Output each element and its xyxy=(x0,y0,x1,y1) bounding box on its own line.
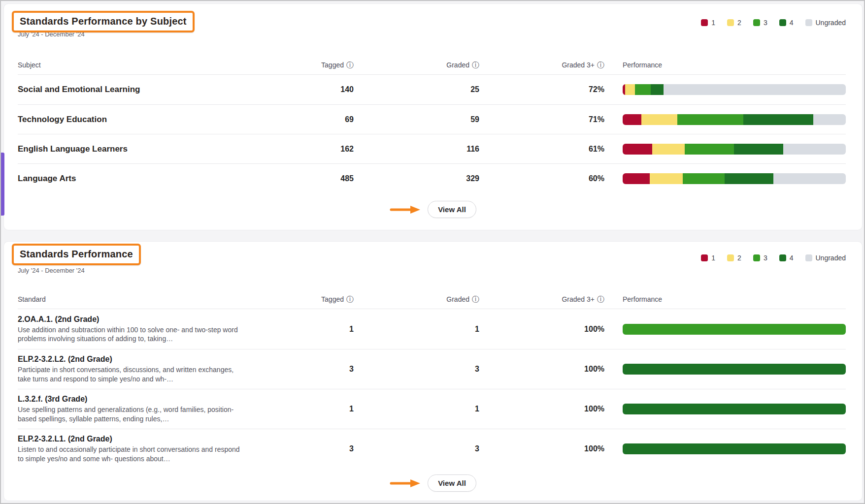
graded3-value: 100% xyxy=(479,325,604,334)
graded-value: 3 xyxy=(354,365,479,374)
graded3-value: 61% xyxy=(479,145,604,154)
view-all-section: View All xyxy=(4,474,862,492)
legend-label: 1 xyxy=(711,19,715,27)
performance-bar xyxy=(623,84,846,95)
standard-name: ELP.2-3.2.L1. (2nd Grade) xyxy=(18,435,254,443)
legend-item: 4 xyxy=(779,254,794,262)
standard-name: ELP.2-3.2.L2. (2nd Grade) xyxy=(18,355,254,364)
table-header: Subject Tagged ⓘ Graded ⓘ Graded 3+ ⓘ Pe… xyxy=(18,55,846,75)
graded3-value: 72% xyxy=(479,85,604,94)
subject-name: Social and Emotional Learning xyxy=(18,85,254,94)
info-icon[interactable]: ⓘ xyxy=(472,61,479,68)
graded-value: 1 xyxy=(354,325,479,334)
graded-value: 329 xyxy=(354,174,479,183)
performance-bar xyxy=(623,324,846,335)
standard-description: Use spelling patterns and generalization… xyxy=(18,405,245,423)
subject-name: Language Arts xyxy=(18,174,254,184)
graded3-value: 100% xyxy=(479,444,604,453)
legend-item: Ungraded xyxy=(805,19,846,27)
performance-bar xyxy=(623,404,846,414)
left-nav-strip xyxy=(1,153,4,216)
info-icon[interactable]: ⓘ xyxy=(597,295,604,303)
legend-swatch xyxy=(779,254,786,261)
legend-item: 2 xyxy=(727,19,741,27)
column-header-performance: Performance xyxy=(604,295,846,303)
standards-performance-card: July '24 - December '24 Standards Perfor… xyxy=(3,241,863,501)
standard-description: Participate in short conversations, disc… xyxy=(18,365,245,383)
legend-swatch xyxy=(753,19,760,26)
rating-legend: 1 2 3 4 Ungraded xyxy=(701,19,846,27)
legend-item: Ungraded xyxy=(805,254,846,262)
standards-table-body: 2.OA.A.1. (2nd Grade) Use addition and s… xyxy=(18,309,846,469)
performance-bar xyxy=(623,364,846,375)
subject-name: English Language Learners xyxy=(18,144,254,154)
subject-name: Technology Education xyxy=(18,115,254,125)
info-icon[interactable]: ⓘ xyxy=(346,295,354,303)
standard-description: Listen to and occasionally participate i… xyxy=(18,445,245,463)
column-header-standard: Standard xyxy=(18,295,254,303)
legend-swatch xyxy=(753,254,760,261)
table-header: Standard Tagged ⓘ Graded ⓘ Graded 3+ ⓘ P… xyxy=(18,289,846,309)
subject-performance-card: July '24 - December '24 Standards Perfor… xyxy=(3,3,863,230)
table-row: L.3.2.f. (3rd Grade) Use spelling patter… xyxy=(18,389,846,429)
info-icon[interactable]: ⓘ xyxy=(597,61,604,68)
legend-label: 2 xyxy=(737,254,741,262)
table-row: ELP.2-3.2.L1. (2nd Grade) Listen to and … xyxy=(18,429,846,469)
graded3-value: 60% xyxy=(479,174,604,183)
tagged-value: 485 xyxy=(254,174,354,183)
performance-bar xyxy=(623,144,846,155)
legend-swatch xyxy=(727,19,734,26)
standard-name: L.3.2.f. (3rd Grade) xyxy=(18,395,254,404)
column-header-graded3: Graded 3+ ⓘ xyxy=(479,61,604,69)
tagged-value: 3 xyxy=(254,444,354,453)
legend-label: 3 xyxy=(764,254,767,262)
table-row: 2.OA.A.1. (2nd Grade) Use addition and s… xyxy=(18,309,846,349)
standard-description: Use addition and subtraction within 100 … xyxy=(18,325,245,344)
table-row: Social and Emotional Learning 140 25 72% xyxy=(18,75,846,104)
legend-item: 4 xyxy=(779,19,794,27)
legend-label: 3 xyxy=(764,19,767,27)
legend-swatch xyxy=(779,19,786,26)
legend-swatch xyxy=(701,254,708,261)
column-header-performance: Performance xyxy=(604,61,846,69)
table-row: ELP.2-3.2.L2. (2nd Grade) Participate in… xyxy=(18,349,846,389)
legend-label: Ungraded xyxy=(816,19,846,27)
graded-value: 25 xyxy=(354,85,479,94)
graded-value: 3 xyxy=(354,444,479,453)
column-header-graded: Graded ⓘ xyxy=(354,61,479,69)
view-all-button[interactable]: View All xyxy=(428,201,476,218)
tagged-value: 1 xyxy=(254,405,354,413)
legend-label: 4 xyxy=(790,254,794,262)
performance-bar xyxy=(623,443,846,454)
performance-bar xyxy=(623,173,846,184)
legend-swatch xyxy=(727,254,734,261)
graded-value: 59 xyxy=(354,115,479,124)
table-row: English Language Learners 162 116 61% xyxy=(18,134,846,163)
legend-item: 1 xyxy=(701,254,715,262)
info-icon[interactable]: ⓘ xyxy=(346,61,354,68)
legend-item: 1 xyxy=(701,19,715,27)
table-row: Language Arts 485 329 60% xyxy=(18,163,846,193)
performance-bar xyxy=(623,114,846,125)
column-header-graded3: Graded 3+ ⓘ xyxy=(479,295,604,303)
legend-swatch xyxy=(805,254,812,261)
info-icon[interactable]: ⓘ xyxy=(472,295,479,303)
column-header-tagged: Tagged ⓘ xyxy=(254,61,354,69)
title-annotation-box: Standards Performance xyxy=(12,244,141,265)
tagged-value: 69 xyxy=(254,115,354,124)
graded-value: 1 xyxy=(354,405,479,413)
tagged-value: 3 xyxy=(254,365,354,374)
date-range: July '24 - December '24 xyxy=(18,267,85,274)
column-header-subject: Subject xyxy=(18,61,254,69)
graded-value: 116 xyxy=(354,145,479,154)
view-all-section: View All xyxy=(4,201,862,218)
view-all-button[interactable]: View All xyxy=(428,474,476,492)
legend-label: 2 xyxy=(737,19,741,27)
legend-item: 3 xyxy=(753,19,767,27)
legend-label: 1 xyxy=(711,254,715,262)
panel-title: Standards Performance by Subject xyxy=(20,16,187,27)
legend-item: 3 xyxy=(753,254,767,262)
column-header-graded: Graded ⓘ xyxy=(354,295,479,303)
legend-label: 4 xyxy=(790,19,794,27)
title-annotation-box: Standards Performance by Subject xyxy=(12,11,195,32)
